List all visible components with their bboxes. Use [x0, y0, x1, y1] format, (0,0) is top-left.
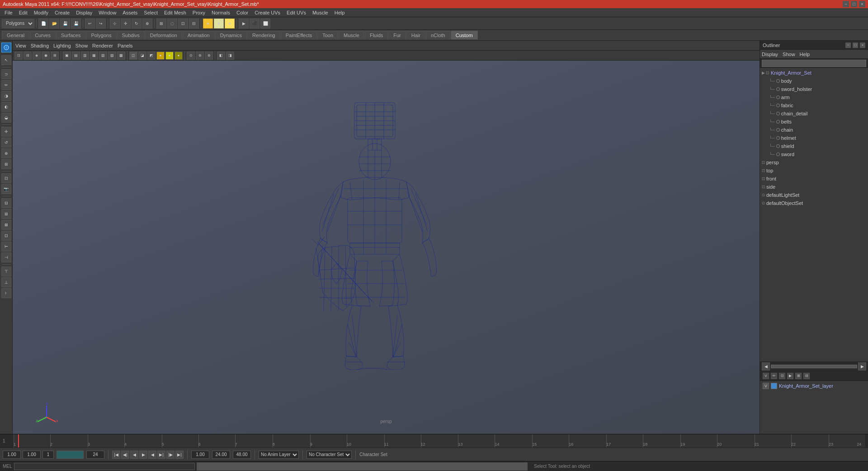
- vp-icon-9[interactable]: ▦: [90, 52, 98, 60]
- tree-item-side[interactable]: ⊡ side: [760, 183, 868, 191]
- menu-help[interactable]: Help: [332, 9, 348, 16]
- lasso-tool[interactable]: ⊃: [1, 69, 11, 79]
- tab-animation[interactable]: Animation: [183, 31, 215, 39]
- snap-grid-btn[interactable]: ⊞: [156, 19, 166, 29]
- tab-fluids[interactable]: Fluids: [365, 31, 388, 39]
- play-btn[interactable]: ▶: [139, 451, 147, 459]
- close-button[interactable]: ×: [859, 1, 865, 7]
- tab-painteffects[interactable]: PaintEffects: [281, 31, 317, 39]
- tab-ncloth[interactable]: nCloth: [426, 31, 450, 39]
- timeline-ticks[interactable]: 1 2 3 4 5 6 7 8 9 10 11 12 13 14 15 16 1…: [14, 434, 865, 447]
- range-current-input[interactable]: [23, 451, 41, 459]
- layer-btn-4[interactable]: ▶: [787, 373, 793, 379]
- vp-icon-15[interactable]: ⊛: [205, 52, 213, 60]
- render2-btn[interactable]: ⬛: [250, 19, 259, 29]
- rotate-btn[interactable]: ↻: [132, 19, 142, 29]
- vp-icon-5[interactable]: ⊞: [51, 52, 59, 60]
- menu-modify[interactable]: Modify: [31, 9, 51, 16]
- tree-item-chain-detail[interactable]: └─ chain_detail: [760, 109, 868, 118]
- light-btn-3[interactable]: ●: [225, 19, 235, 29]
- sculpt-tool[interactable]: ◑: [1, 91, 11, 101]
- step-input[interactable]: [233, 451, 251, 459]
- vp-menu-shading[interactable]: Shading: [31, 43, 49, 48]
- tree-item-arm[interactable]: └─ arm: [760, 93, 868, 101]
- frame-input[interactable]: [42, 451, 54, 459]
- timeline-range-bar[interactable]: [57, 451, 84, 459]
- grid2-tool[interactable]: ⊞: [1, 209, 11, 219]
- move-tool[interactable]: ✛: [1, 127, 11, 137]
- outliner-display[interactable]: Display: [762, 52, 778, 57]
- menu-create[interactable]: Create: [52, 9, 72, 16]
- menu-file[interactable]: File: [2, 9, 15, 16]
- prev-frame-btn[interactable]: ◀|: [121, 451, 129, 459]
- move-btn[interactable]: ✛: [121, 19, 131, 29]
- layer-btn-3[interactable]: ⊡: [779, 373, 785, 379]
- next-frame-btn[interactable]: |▶: [166, 451, 175, 459]
- tree-item-objectset[interactable]: ⊙ defaultObjectSet: [760, 199, 868, 207]
- prev-key-btn[interactable]: ◀: [130, 451, 138, 459]
- menu-edit[interactable]: Edit: [16, 9, 30, 16]
- vp-icon-7[interactable]: ▤: [72, 52, 80, 60]
- anim-layer-dropdown[interactable]: No Anim Layer: [259, 451, 299, 459]
- save-btn[interactable]: 💾: [60, 19, 70, 29]
- range-start-input[interactable]: [3, 451, 21, 459]
- vp-menu-panels[interactable]: Panels: [118, 43, 133, 48]
- layer-item-1[interactable]: V Knight_Armor_Set_layer: [760, 381, 868, 391]
- tree-expand-root[interactable]: ▶: [762, 71, 765, 75]
- menu-assets[interactable]: Assets: [120, 9, 140, 16]
- menu-create-uvs[interactable]: Create UVs: [252, 9, 283, 16]
- layer-btn-1[interactable]: V: [763, 373, 769, 379]
- outliner-maximize[interactable]: □: [853, 43, 858, 48]
- tree-item-chain[interactable]: └─ chain: [760, 126, 868, 134]
- playback-end-input[interactable]: [212, 451, 230, 459]
- misc2-tool[interactable]: ⊥: [1, 277, 11, 287]
- vp-icon-10[interactable]: ▧: [99, 52, 107, 60]
- vp-icon-13[interactable]: ⊙: [187, 52, 195, 60]
- render-btn[interactable]: ▶: [239, 19, 249, 29]
- tree-item-root[interactable]: ▶ ⊡ Knight_Armor_Set: [760, 69, 868, 77]
- camera-tool[interactable]: 📷: [1, 184, 11, 194]
- ipr-btn[interactable]: ⬜: [260, 19, 270, 29]
- grid5-tool[interactable]: ⊢: [1, 242, 11, 252]
- menu-edit-mesh[interactable]: Edit Mesh: [161, 9, 189, 16]
- vp-icon-2[interactable]: ⊟: [24, 52, 32, 60]
- tab-curves[interactable]: Curves: [30, 31, 56, 39]
- layer-btn-6[interactable]: ⊟: [803, 373, 810, 379]
- maximize-button[interactable]: □: [851, 1, 857, 7]
- vp-menu-lighting[interactable]: Lighting: [53, 43, 71, 48]
- vp-shading-6[interactable]: ●: [175, 52, 183, 60]
- vp-icon-4[interactable]: ◉: [42, 52, 50, 60]
- outliner-close[interactable]: ×: [860, 43, 865, 48]
- outliner-show[interactable]: Show: [783, 52, 795, 57]
- tree-item-front[interactable]: ⊡ front: [760, 175, 868, 183]
- vp-shading-4[interactable]: ●: [156, 52, 165, 60]
- vp-icon-8[interactable]: ▥: [81, 52, 89, 60]
- vp-shading-5[interactable]: ●: [165, 52, 174, 60]
- tree-item-body[interactable]: └─ body: [760, 77, 868, 85]
- transform-tool[interactable]: ⊞: [1, 159, 11, 169]
- outliner-scroll-right[interactable]: ▶: [858, 362, 866, 371]
- layer-vis-checkbox[interactable]: V: [763, 383, 769, 389]
- tab-muscle[interactable]: Muscle: [339, 31, 364, 39]
- tree-item-belts[interactable]: └─ belts: [760, 118, 868, 126]
- menu-proxy[interactable]: Proxy: [190, 9, 208, 16]
- vp-menu-show[interactable]: Show: [75, 43, 88, 48]
- show-manip[interactable]: ⊡: [1, 173, 11, 183]
- select-tool[interactable]: ↖: [1, 55, 11, 65]
- tree-item-fabric[interactable]: └─ fabric: [760, 101, 868, 109]
- tab-polygons[interactable]: Polygons: [86, 31, 116, 39]
- grid6-tool[interactable]: ⊣: [1, 252, 11, 262]
- vp-icon-12[interactable]: ▩: [117, 52, 125, 60]
- char-set-dropdown[interactable]: No Character Set: [307, 451, 352, 459]
- scale-btn[interactable]: ⊕: [142, 19, 152, 29]
- tab-toon[interactable]: Toon: [317, 31, 338, 39]
- tab-subdivs[interactable]: Subdivs: [117, 31, 145, 39]
- artisan-tool[interactable]: ◒: [1, 113, 11, 123]
- tab-general[interactable]: General: [2, 31, 29, 39]
- next-key-btn[interactable]: ▶|: [157, 451, 165, 459]
- vp-icon-17[interactable]: ◨: [226, 52, 234, 60]
- misc1-tool[interactable]: ⊤: [1, 266, 11, 276]
- snap-point-btn[interactable]: ⊡: [178, 19, 188, 29]
- outliner-help[interactable]: Help: [800, 52, 810, 57]
- grid-tool[interactable]: ⊟: [1, 198, 11, 208]
